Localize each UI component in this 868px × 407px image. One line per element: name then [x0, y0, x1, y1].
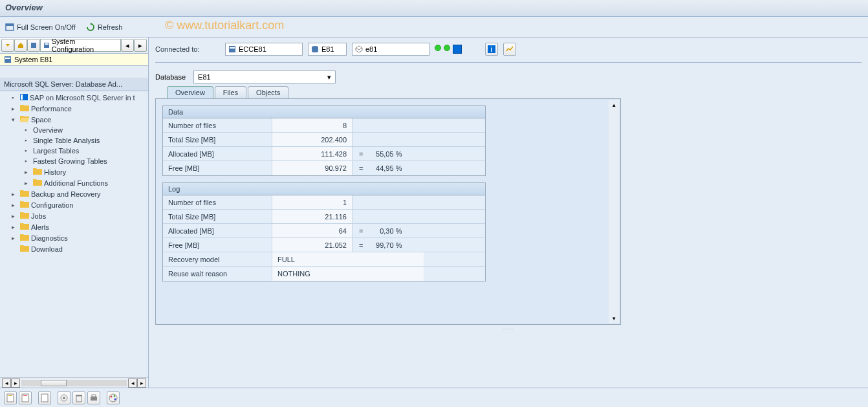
chevron-down-icon: ▾: [327, 73, 331, 82]
system-row[interactable]: System E81: [0, 54, 148, 66]
scroll-right-icon[interactable]: ▸: [11, 379, 20, 388]
bottom-btn-5[interactable]: [72, 391, 85, 404]
bottom-btn-1[interactable]: [4, 391, 17, 404]
system-config-field[interactable]: System Configuration: [40, 39, 121, 52]
scroll-thumb[interactable]: [41, 380, 67, 386]
bottom-btn-3[interactable]: [38, 391, 51, 404]
tree-item-configuration[interactable]: ▸ Configuration: [0, 199, 148, 210]
folder-icon: [20, 190, 29, 198]
tab-objects[interactable]: Objects: [248, 86, 288, 98]
sidebar-hscroll[interactable]: ◂ ▸ ◂ ▸: [0, 377, 148, 388]
data-label: Number of files: [163, 122, 272, 129]
data-label: Allocated [MB]: [163, 227, 272, 235]
sidebar-nav-back[interactable]: ◂: [121, 39, 134, 52]
bullet-icon: ▪: [25, 158, 31, 164]
bullet-icon: ▪: [25, 127, 31, 133]
tree-label: Performance: [31, 105, 72, 113]
data-label: Recovery model: [163, 256, 272, 263]
scroll-track[interactable]: [21, 380, 127, 386]
bottom-btn-7[interactable]: [107, 391, 120, 404]
expand-icon: ▸: [12, 191, 18, 197]
tree-item-download[interactable]: Download: [0, 243, 148, 254]
tree-label: SAP on Microsoft SQL Server in t: [30, 94, 135, 102]
info-button[interactable]: i: [485, 43, 498, 56]
fullscreen-icon: [5, 23, 14, 32]
main-toolbar: Full Screen On/Off Refresh © www.tutoria…: [0, 17, 868, 38]
data-row: Reuse wait reason NOTHING: [163, 267, 485, 281]
tree-item-backup[interactable]: ▸ Backup and Recovery: [0, 188, 148, 199]
sidebar-nav-fwd[interactable]: ▸: [134, 39, 147, 52]
database-value: E81: [198, 73, 211, 81]
sidebar-dropdown-btn[interactable]: [1, 39, 14, 52]
scroll-right-icon[interactable]: ▸: [137, 379, 146, 388]
server-icon: [228, 45, 236, 53]
data-group-header: Data: [162, 105, 486, 118]
expand-icon: ▸: [12, 235, 18, 241]
svg-point-27: [114, 395, 116, 397]
system-icon: [4, 56, 12, 63]
svg-rect-2: [31, 43, 36, 48]
status-icons: [435, 45, 462, 54]
tree-item-alerts[interactable]: ▸ Alerts: [0, 221, 148, 232]
data-extra: = 55,05 %: [353, 150, 408, 158]
tree-label: Single Table Analysis: [33, 137, 100, 144]
bottom-btn-4[interactable]: [58, 391, 71, 404]
database-select[interactable]: E81 ▾: [193, 71, 336, 83]
tree-item-fastest[interactable]: ▪ Fastest Growing Tables: [0, 156, 148, 166]
tree-item-sap[interactable]: ▪ SAP on Microsoft SQL Server in t: [0, 93, 148, 103]
tree-item-additional[interactable]: ▸ Additional Functions: [0, 177, 148, 188]
expand-icon: ▸: [12, 213, 18, 219]
db-field: E81: [308, 43, 347, 56]
tree-item-diagnostics[interactable]: ▸ Diagnostics: [0, 232, 148, 243]
resize-handle[interactable]: ·····: [155, 325, 862, 333]
panel-vscroll[interactable]: ▴ ▾: [609, 100, 619, 323]
bottom-btn-2[interactable]: [19, 391, 32, 404]
database-icon: [311, 45, 319, 53]
server-field: ECCE81: [225, 43, 303, 56]
fullscreen-button[interactable]: Full Screen On/Off: [5, 23, 76, 32]
data-extra: = 0,30 %: [353, 227, 408, 235]
data-label: Allocated [MB]: [163, 150, 272, 158]
scroll-up-icon[interactable]: ▴: [613, 102, 616, 108]
data-label: Total Size [MB]: [163, 136, 272, 144]
tree-item-single-table[interactable]: ▪ Single Table Analysis: [0, 135, 148, 146]
database-label: Database: [155, 73, 186, 81]
tree-item-overview[interactable]: ▪ Overview: [0, 125, 148, 135]
refresh-button[interactable]: Refresh: [86, 23, 123, 32]
expand-icon: ▸: [25, 180, 31, 186]
svg-rect-5: [5, 56, 11, 63]
svg-rect-22: [76, 395, 82, 396]
tree-label: Jobs: [31, 212, 46, 220]
tree-item-space[interactable]: ▾ Space: [0, 114, 148, 125]
chart-button[interactable]: [503, 43, 516, 56]
data-value: 21.052: [272, 238, 353, 252]
data-label: Free [MB]: [163, 241, 272, 249]
server-value: ECCE81: [239, 45, 266, 53]
bottom-btn-6[interactable]: [87, 391, 100, 404]
database-row: Database E81 ▾: [155, 71, 862, 83]
watermark: © www.tutorialkart.com: [165, 19, 284, 32]
bullet-icon: ▪: [12, 94, 18, 101]
tree-item-largest[interactable]: ▪ Largest Tables: [0, 146, 148, 156]
sidebar-home-btn[interactable]: [14, 39, 27, 52]
connected-row: Connected to: ECCE81 E81 e81 i: [155, 43, 862, 63]
tab-files[interactable]: Files: [215, 86, 246, 98]
sidebar-server-btn[interactable]: [27, 39, 40, 52]
scroll-down-icon[interactable]: ▾: [613, 315, 616, 322]
tree-item-performance[interactable]: ▸ Performance: [0, 103, 148, 114]
scroll-left-icon[interactable]: ◂: [2, 379, 11, 388]
content-area: Connected to: ECCE81 E81 e81 i: [149, 38, 868, 388]
data-value: 8: [272, 118, 353, 132]
page-icon: [40, 393, 49, 402]
folder-icon: [20, 223, 29, 231]
trash-icon: [74, 393, 83, 402]
tree-item-jobs[interactable]: ▸ Jobs: [0, 210, 148, 221]
tree-item-history[interactable]: ▸ History: [0, 166, 148, 177]
bullet-icon: ▪: [25, 148, 31, 154]
tab-overview[interactable]: Overview: [167, 86, 213, 98]
refresh-icon: [86, 23, 95, 32]
scroll-left-icon[interactable]: ◂: [128, 379, 137, 388]
expand-icon: ▸: [12, 105, 18, 112]
data-row: Recovery model FULL: [163, 252, 485, 267]
tree-label: History: [44, 168, 66, 176]
